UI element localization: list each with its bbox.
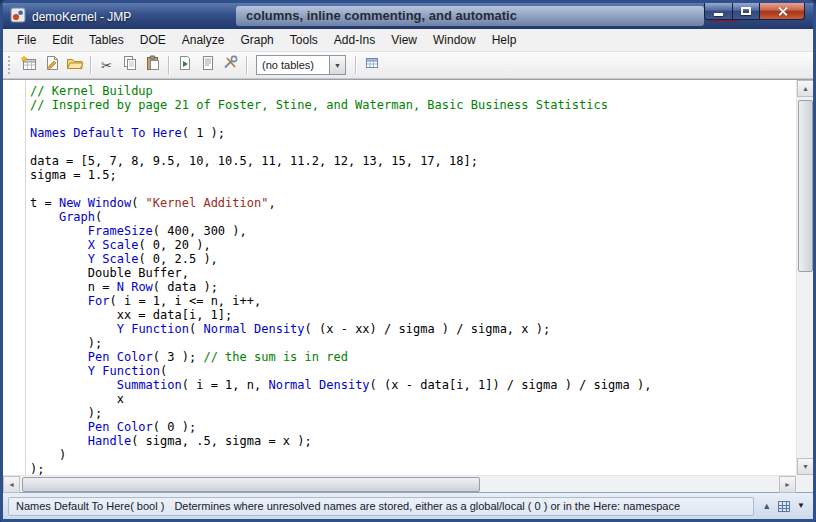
code-line: Y Function( Normal Density( (x - xx) / s… (30, 322, 796, 336)
code-token: ( (x - data[i, 1]) / sigma ) / sigma ), (370, 378, 652, 392)
code-line: For( i = 1, i <= n, i++, (30, 294, 796, 308)
journal-button[interactable] (196, 54, 219, 76)
code-token: ( i = 1, i <= n, i++, (109, 294, 261, 308)
chevron-down-icon: ▼ (334, 62, 341, 69)
new-journal-button[interactable] (40, 54, 63, 76)
cut-icon: ✂ (101, 59, 112, 72)
copy-icon (122, 55, 138, 75)
code-token: ( 0 ); (153, 420, 196, 434)
status-up-button[interactable]: ▲ (762, 502, 771, 511)
code-token (30, 420, 88, 434)
minimize-icon (714, 13, 723, 16)
scroll-left-button[interactable]: ◄ (3, 476, 20, 493)
code-line: xx = data[i, 1]; (30, 308, 796, 322)
toolbar-grip[interactable] (8, 56, 13, 74)
code-token (30, 322, 117, 336)
maximize-button[interactable] (733, 3, 760, 20)
menu-doe[interactable]: DOE (132, 30, 174, 50)
status-dropdown-button[interactable]: ▼ (797, 502, 805, 510)
scroll-up-button[interactable]: ▲ (797, 80, 814, 97)
code-token: ( 3 ); (153, 350, 204, 364)
code-token: ( (95, 210, 102, 224)
code-line (30, 112, 796, 126)
toolbar-separator (168, 56, 169, 74)
code-token: ( 1 ); (182, 126, 225, 140)
horizontal-scroll-thumb[interactable] (22, 477, 480, 492)
open-button[interactable] (63, 54, 86, 76)
scroll-down-button[interactable]: ▼ (797, 458, 814, 475)
status-grid-button[interactable] (778, 501, 790, 512)
menu-graph[interactable]: Graph (232, 30, 281, 50)
code-token: FrameSize (88, 224, 153, 238)
code-line: Y Function( (30, 364, 796, 378)
code-line: t = New Window( "Kernel Addition", (30, 196, 796, 210)
code-token (30, 434, 88, 448)
menu-tables[interactable]: Tables (81, 30, 132, 50)
menu-window[interactable]: Window (425, 30, 484, 50)
code-line: Pen Color( 0 ); (30, 420, 796, 434)
tables-dropdown-value: (no tables) (256, 55, 330, 75)
scroll-right-icon: ► (784, 481, 791, 488)
code-token: Normal Density (203, 322, 304, 336)
code-token: Y Function (88, 364, 160, 378)
code-token: x (30, 392, 124, 406)
window-title: demoKernel - JMP (32, 10, 131, 24)
status-message: Names Default To Here( bool ) Determines… (8, 497, 754, 516)
vertical-scrollbar[interactable]: ▲ ▼ (796, 80, 813, 475)
code-line: data = [5, 7, 8, 9.5, 10, 10.5, 11, 11.2… (30, 154, 796, 168)
code-line: sigma = 1.5; (30, 168, 796, 182)
new-journal-icon (44, 55, 60, 75)
code-token: X Scale (88, 238, 139, 252)
vertical-scroll-thumb[interactable] (798, 100, 813, 272)
code-token (30, 294, 88, 308)
tables-dropdown[interactable]: (no tables) ▼ (256, 55, 346, 75)
scroll-right-button[interactable]: ► (779, 476, 796, 493)
menu-file[interactable]: File (9, 30, 44, 50)
menu-analyze[interactable]: Analyze (174, 30, 233, 50)
close-button[interactable] (760, 3, 805, 20)
menu-view[interactable]: View (383, 30, 425, 50)
code-line: ) (30, 448, 796, 462)
code-token: ( data ); (153, 280, 218, 294)
code-token: Pen Color (88, 350, 153, 364)
code-token (30, 350, 88, 364)
code-area[interactable]: // Kernel Buildup// Inspired by page 21 … (3, 80, 796, 475)
code-line: ); (30, 462, 796, 475)
status-signature: Names Default To Here( bool ) (16, 500, 164, 512)
scroll-left-icon: ◄ (8, 481, 15, 488)
data-grid-button[interactable] (360, 54, 383, 76)
menu-tools[interactable]: Tools (282, 30, 326, 50)
tools-icon (223, 55, 239, 75)
menu-help[interactable]: Help (484, 30, 525, 50)
code-token: Double Buffer, (30, 266, 189, 280)
code-token (30, 378, 117, 392)
code-token: Y Scale (88, 252, 139, 266)
data-grid-icon (364, 55, 380, 75)
code-line: // Kernel Buildup (30, 84, 796, 98)
paste-icon (145, 55, 161, 75)
tools-button[interactable] (219, 54, 242, 76)
run-script-button[interactable] (173, 54, 196, 76)
cut-button[interactable]: ✂ (95, 54, 118, 76)
code-token: xx = data[i, 1]; (30, 308, 232, 322)
paste-button[interactable] (141, 54, 164, 76)
code-token: sigma = 1.5; (30, 168, 117, 182)
close-icon (777, 6, 788, 17)
menu-addins[interactable]: Add-Ins (326, 30, 383, 50)
minimize-button[interactable] (704, 3, 733, 20)
code-token: ( i = 1, n, (182, 378, 269, 392)
code-line: Double Buffer, (30, 266, 796, 280)
new-data-table-button[interactable] (17, 54, 40, 76)
jmp-window: columns, inline commenting, and automati… (0, 0, 816, 522)
menu-edit[interactable]: Edit (44, 30, 81, 50)
code-token: Graph (59, 210, 95, 224)
code-line: Summation( i = 1, n, Normal Density( (x … (30, 378, 796, 392)
code-line: n = N Row( data ); (30, 280, 796, 294)
horizontal-scrollbar[interactable]: ◄ ► (3, 475, 796, 492)
title-bar[interactable]: columns, inline commenting, and automati… (3, 3, 813, 29)
tables-dropdown-button[interactable]: ▼ (330, 55, 346, 75)
code-line (30, 140, 796, 154)
copy-button[interactable] (118, 54, 141, 76)
code-line: ); (30, 336, 796, 350)
scroll-down-icon: ▼ (802, 463, 809, 470)
